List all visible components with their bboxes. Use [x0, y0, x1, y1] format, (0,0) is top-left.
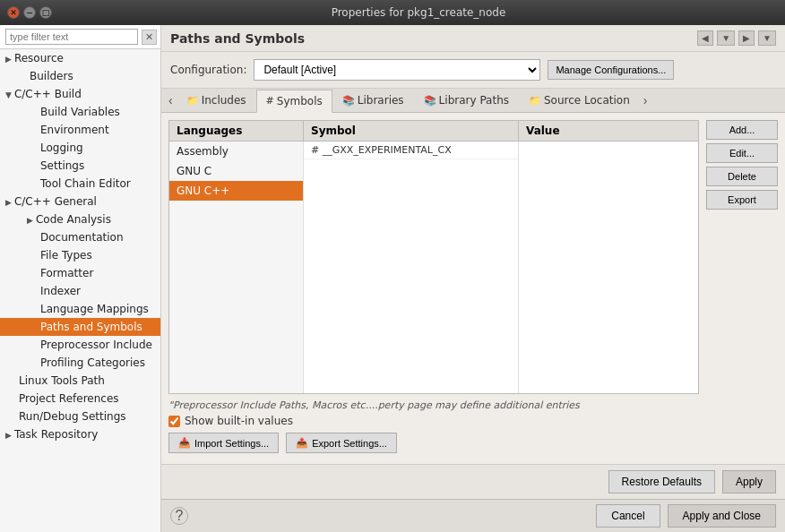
sidebar-item-label-file-types: File Types [40, 249, 92, 262]
sidebar-item-project-references[interactable]: Project References [0, 390, 160, 408]
language-column: AssemblyGNU CGNU C++ [169, 142, 304, 393]
library-paths-tab-icon: 📚 [424, 95, 436, 107]
footer-buttons: Cancel Apply and Close [596, 504, 776, 528]
sidebar-item-label-indexer: Indexer [40, 285, 81, 297]
filter-input[interactable] [5, 29, 138, 45]
sidebar-item-ccpp-build[interactable]: C/C++ Build [0, 85, 160, 103]
tabs-bar: ‹ 📁 Includes # Symbols 📚 Libraries 📚 Lib… [161, 89, 785, 113]
sidebar-item-run-debug-settings[interactable]: Run/Debug Settings [0, 408, 160, 425]
sidebar-item-label-environment: Environment [40, 124, 109, 136]
apply-button[interactable]: Apply [722, 470, 776, 493]
nav-forward-menu-button[interactable]: ▼ [758, 30, 776, 46]
import-export-row: 📥 Import Settings... 📤 Export Settings..… [168, 433, 778, 453]
bottom-bar: Restore Defaults Apply [161, 464, 785, 499]
tab-libraries[interactable]: 📚 Libraries [332, 89, 414, 112]
sidebar-item-label-formatter: Formatter [40, 267, 93, 279]
tab-source-location[interactable]: 📁 Source Location [519, 89, 640, 112]
sidebar-item-indexer[interactable]: Indexer [0, 282, 160, 300]
sidebar-item-tool-chain-editor[interactable]: Tool Chain Editor [0, 175, 160, 193]
sidebar-item-label-resource: Resource [14, 52, 64, 64]
sidebar-item-task-repository[interactable]: Task Repository [0, 425, 160, 443]
tabs-scroll-right-button[interactable]: › [640, 91, 651, 109]
sidebar-item-label-project-references: Project References [19, 392, 119, 405]
window-title: Properties for pkg1_create_node [59, 6, 778, 19]
help-button[interactable]: ? [170, 507, 188, 525]
config-row: Configuration: Default [Active] Manage C… [161, 52, 785, 89]
show-builtin-label[interactable]: Show built-in values [185, 415, 293, 427]
symbol-row[interactable]: # __GXX_EXPERIMENTAL_CX [304, 142, 518, 159]
sidebar-item-environment[interactable]: Environment [0, 121, 160, 139]
symbols-tab-icon: # [266, 95, 274, 107]
sidebar-item-builders[interactable]: Builders [0, 67, 160, 85]
filter-clear-button[interactable]: ✕ [142, 30, 157, 45]
sidebar-item-paths-and-symbols[interactable]: Paths and Symbols [0, 318, 160, 336]
maximize-button[interactable]: □ [39, 6, 52, 19]
language-item-assembly[interactable]: Assembly [169, 142, 303, 161]
footer-bar: ? Cancel Apply and Close [161, 499, 785, 532]
table-area: Languages Symbol Value AssemblyGNU CGNU … [168, 120, 778, 394]
export-button[interactable]: Export [706, 190, 778, 210]
nav-back-button[interactable]: ◀ [697, 30, 713, 46]
sidebar-item-formatter[interactable]: Formatter [0, 264, 160, 282]
sidebar-item-label-ccpp-general: C/C++ General [14, 195, 97, 208]
source-location-tab-icon: 📁 [529, 95, 541, 107]
sidebar-item-label-paths-and-symbols: Paths and Symbols [40, 321, 142, 333]
minimize-button[interactable]: − [23, 6, 36, 19]
sidebar-tree: ResourceBuildersC/C++ BuildBuild Variabl… [0, 49, 160, 443]
cancel-button[interactable]: Cancel [596, 504, 660, 528]
tab-includes[interactable]: 📁 Includes [177, 89, 256, 112]
col-header-value: Value [519, 121, 698, 141]
sidebar-item-code-analysis[interactable]: Code Analysis [0, 210, 160, 228]
nav-back-menu-button[interactable]: ▼ [717, 30, 735, 46]
arrow-right-icon [5, 197, 12, 207]
show-builtin-checkbox[interactable] [168, 416, 180, 427]
export-settings-button[interactable]: 📤 Export Settings... [286, 433, 397, 453]
libraries-tab-icon: 📚 [342, 95, 355, 107]
sidebar-item-logging[interactable]: Logging [0, 139, 160, 157]
tabs-scroll-left-button[interactable]: ‹ [165, 91, 177, 109]
table-body: AssemblyGNU CGNU C++ # __GXX_EXPERIMENTA… [169, 142, 698, 393]
sidebar-item-settings[interactable]: Settings [0, 157, 160, 175]
arrow-right-icon [27, 215, 33, 225]
manage-configurations-button[interactable]: Manage Configurations... [548, 60, 674, 80]
language-item-gnu-cpp[interactable]: GNU C++ [169, 181, 303, 201]
restore-defaults-button[interactable]: Restore Defaults [608, 470, 715, 493]
table-header: Languages Symbol Value [169, 121, 698, 142]
sidebar-item-documentation[interactable]: Documentation [0, 228, 160, 246]
tab-symbols[interactable]: # Symbols [256, 90, 332, 113]
tab-library-paths[interactable]: 📚 Library Paths [414, 89, 519, 112]
sidebar-item-profiling-categories[interactable]: Profiling Categories [0, 354, 160, 372]
sidebar: ✕ ResourceBuildersC/C++ BuildBuild Varia… [0, 25, 161, 532]
includes-tab-icon: 📁 [186, 95, 199, 107]
import-settings-button[interactable]: 📥 Import Settings... [168, 433, 279, 453]
sidebar-item-file-types[interactable]: File Types [0, 246, 160, 264]
symbol-column: # __GXX_EXPERIMENTAL_CX [304, 142, 519, 393]
language-item-gnu-c[interactable]: GNU C [169, 161, 303, 181]
sidebar-item-label-build-variables: Build Variables [40, 106, 120, 118]
value-column [519, 142, 698, 393]
sidebar-item-ccpp-general[interactable]: C/C++ General [0, 193, 160, 210]
sidebar-item-label-linux-tools-path: Linux Tools Path [19, 374, 105, 387]
export-label: Export Settings... [312, 438, 387, 449]
arrow-down-icon [5, 90, 12, 99]
nav-forward-button[interactable]: ▶ [738, 30, 755, 46]
edit-button[interactable]: Edit... [706, 143, 778, 163]
import-label: Import Settings... [194, 438, 269, 449]
close-button[interactable]: ✕ [7, 6, 20, 19]
sidebar-item-label-profiling-categories: Profiling Categories [40, 356, 145, 369]
sidebar-item-build-variables[interactable]: Build Variables [0, 103, 160, 121]
delete-button[interactable]: Delete [706, 167, 778, 186]
panel-header: Paths and Symbols ◀ ▼ ▶ ▼ [161, 25, 785, 52]
col-header-language: Languages [169, 121, 304, 141]
apply-and-close-button[interactable]: Apply and Close [668, 504, 776, 528]
config-select[interactable]: Default [Active] [254, 59, 540, 81]
sidebar-item-language-mappings[interactable]: Language Mappings [0, 300, 160, 318]
export-icon: 📤 [296, 437, 308, 449]
sidebar-item-resource[interactable]: Resource [0, 49, 160, 67]
content-area: Languages Symbol Value AssemblyGNU CGNU … [161, 113, 785, 464]
panel-title: Paths and Symbols [170, 31, 305, 46]
sidebar-item-linux-tools-path[interactable]: Linux Tools Path [0, 372, 160, 390]
sidebar-item-preprocessor-include[interactable]: Preprocessor Include [0, 336, 160, 354]
data-table: Languages Symbol Value AssemblyGNU CGNU … [168, 120, 699, 394]
add-button[interactable]: Add... [706, 120, 778, 140]
